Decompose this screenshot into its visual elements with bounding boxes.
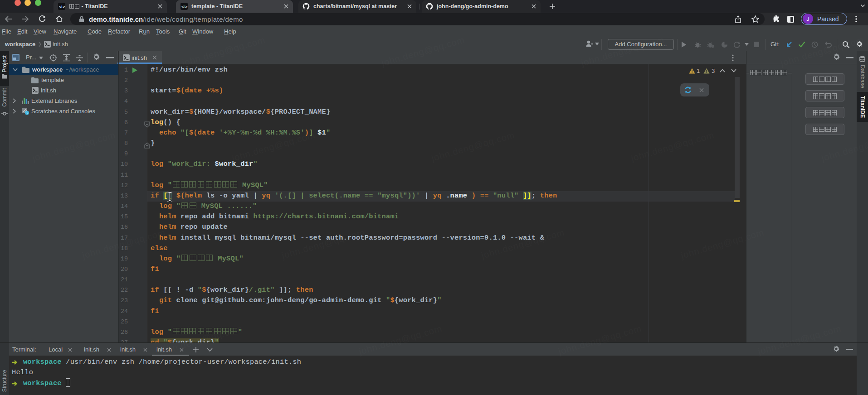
svg-text:>: > <box>63 5 65 10</box>
svg-text:>: > <box>185 5 187 10</box>
